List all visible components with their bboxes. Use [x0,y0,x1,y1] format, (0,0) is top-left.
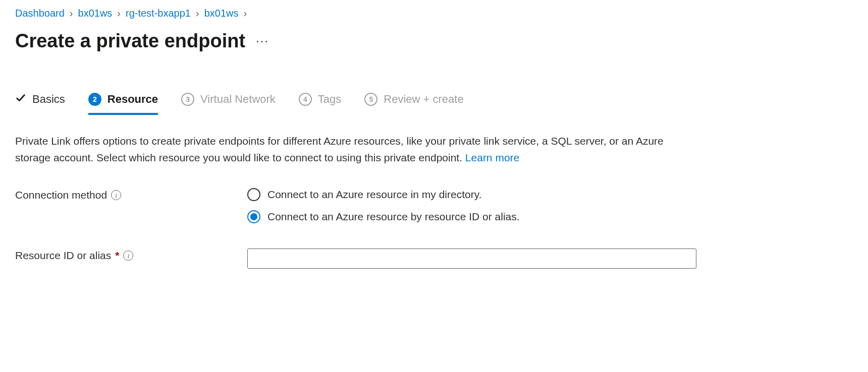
form-row-resource-id: Resource ID or alias * i [15,249,853,269]
step-badge: 2 [88,93,101,106]
tab-label: Virtual Network [200,93,276,106]
radio-label: Connect to an Azure resource by resource… [267,211,520,223]
page-header: Create a private endpoint ⋯ [15,30,853,52]
page-title: Create a private endpoint [15,30,245,52]
description-text: Private Link offers options to create pr… [15,135,664,163]
step-badge: 4 [299,93,312,106]
tab-tags[interactable]: 4 Tags [299,93,341,115]
tab-label: Basics [32,93,65,106]
resource-id-input[interactable] [247,249,696,269]
radio-dot-icon [250,213,257,220]
wizard-tabs: Basics 2 Resource 3 Virtual Network 4 Ta… [15,92,853,116]
radio-icon-selected [247,210,260,223]
required-indicator: * [115,250,119,262]
section-description: Private Link offers options to create pr… [15,133,701,166]
tab-label: Resource [107,93,158,106]
radio-label: Connect to an Azure resource in my direc… [267,189,481,201]
radio-connect-resource-id[interactable]: Connect to an Azure resource by resource… [247,210,696,223]
breadcrumb-link-dashboard[interactable]: Dashboard [15,8,65,19]
more-icon[interactable]: ⋯ [255,35,269,48]
chevron-right-icon: › [117,8,121,19]
form-label-connection-method: Connection method i [15,188,247,201]
step-badge: 5 [364,93,377,106]
label-text: Resource ID or alias [15,250,111,262]
radio-icon-unselected [247,188,260,201]
form-label-resource-id: Resource ID or alias * i [15,249,247,262]
tab-review-create[interactable]: 5 Review + create [364,93,463,115]
label-text: Connection method [15,189,107,201]
breadcrumb-link-bx01ws-1[interactable]: bx01ws [78,8,113,19]
chevron-right-icon: › [70,8,73,19]
chevron-right-icon: › [196,8,199,19]
info-icon[interactable]: i [111,190,121,200]
breadcrumb-link-bx01ws-2[interactable]: bx01ws [204,8,239,19]
form-row-connection-method: Connection method i Connect to an Azure … [15,188,853,223]
tab-label: Tags [318,93,341,106]
chevron-right-icon: › [243,8,247,19]
learn-more-link[interactable]: Learn more [465,152,519,163]
tab-label: Review + create [384,93,463,106]
info-icon[interactable]: i [123,251,133,261]
radio-connect-directory[interactable]: Connect to an Azure resource in my direc… [247,188,696,201]
connection-method-radio-group: Connect to an Azure resource in my direc… [247,188,696,223]
tab-basics[interactable]: Basics [15,92,65,115]
breadcrumb-link-rg[interactable]: rg-test-bxapp1 [126,8,191,19]
breadcrumb: Dashboard › bx01ws › rg-test-bxapp1 › bx… [15,8,853,19]
check-icon [15,92,26,106]
step-badge: 3 [181,93,194,106]
tab-resource[interactable]: 2 Resource [88,93,158,115]
tab-virtual-network[interactable]: 3 Virtual Network [181,93,276,115]
